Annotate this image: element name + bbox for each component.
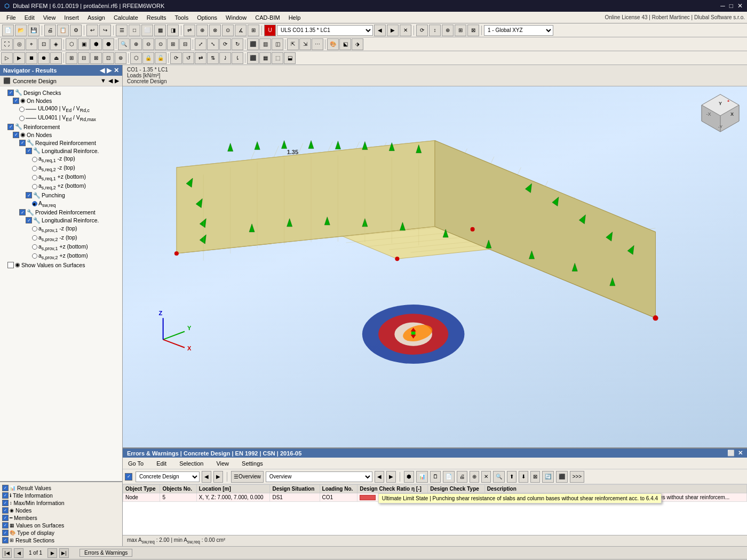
radio-asreq1[interactable] [32, 157, 37, 162]
cd-ctrl1[interactable]: ▼ [100, 77, 106, 84]
tb-btn12[interactable]: ⊙ [222, 25, 234, 36]
cb-maxmin-info[interactable]: ✓ [2, 500, 9, 506]
col-obj-no[interactable]: Objects No. [160, 485, 196, 493]
cb-long-reinf-2[interactable]: ✓ [26, 217, 32, 223]
nav-close[interactable]: ✕ [114, 67, 119, 74]
tb3-btn5[interactable]: ⏏ [50, 52, 62, 64]
redo-btn[interactable]: ↪ [99, 25, 111, 36]
tree-asprov3[interactable]: as,prov,1 +z (bottom) [0, 243, 122, 252]
cb-title-info[interactable]: ✓ [2, 492, 9, 499]
tb2-btn7[interactable]: ▣ [78, 38, 90, 50]
menu-cadbim[interactable]: CAD-BIM [251, 13, 284, 22]
tree-asprov1[interactable]: as,prov,1 -z (top) [0, 225, 122, 234]
errors-vn[interactable]: ▶ [386, 471, 396, 483]
nav-title-info[interactable]: ✓ ℹ Title Information [0, 492, 122, 499]
errors-warnings-tab[interactable]: Errors & Warnings [80, 549, 132, 557]
tb2-btn3[interactable]: ⌖ [26, 38, 37, 50]
errors-tb12[interactable]: 🔄 [542, 471, 554, 483]
tb-btn6[interactable]: ⬜ [141, 25, 153, 36]
cb-on-nodes-2[interactable]: ✓ [13, 132, 19, 138]
tb3-btn11[interactable]: ⬡ [130, 52, 142, 64]
errors-tb7[interactable]: ✕ [481, 471, 491, 483]
viewport-canvas[interactable]: Y X -X -Y + [123, 86, 747, 447]
tb-btn19[interactable]: ⊕ [442, 25, 454, 36]
window-controls[interactable]: ─ □ ✕ [720, 2, 743, 10]
tb3-btn18[interactable]: ⤸ [219, 52, 231, 64]
tree-long-reinf-2[interactable]: ✓ 🔧 Longitudinal Reinforce. [0, 217, 122, 225]
tb3-btn7[interactable]: ⊟ [78, 52, 90, 64]
menu-view[interactable]: View [39, 13, 60, 22]
errors-menu-edit[interactable]: Edit [153, 459, 170, 468]
errors-more[interactable]: >>> [570, 471, 585, 483]
cb-on-nodes-1[interactable]: ✓ [13, 98, 19, 104]
col-desc[interactable]: Description [484, 485, 746, 493]
tree-on-nodes-2[interactable]: ✓ ◉ On Nodes [0, 131, 122, 139]
tb-btn13[interactable]: ∡ [235, 25, 247, 36]
menu-tools[interactable]: Tools [170, 13, 193, 22]
menu-help[interactable]: Help [284, 13, 305, 22]
tb3-btn3[interactable]: ⏹ [26, 52, 37, 64]
errors-tb4[interactable]: 📄 [443, 471, 455, 483]
cb-reinforcement[interactable]: ✓ [7, 124, 14, 130]
errors-restore[interactable]: ⬜ [727, 450, 735, 457]
tb-btn17[interactable]: ⟳ [416, 25, 428, 36]
load-combo[interactable]: ULS CO1 1.35 * LC1 [277, 25, 373, 36]
tree-ul0401[interactable]: UL0401 | VEd / VRd,max [0, 114, 122, 123]
save-btn[interactable]: 💾 [28, 25, 39, 36]
cb-result-sections[interactable]: ✓ [2, 537, 9, 543]
tb3-btn23[interactable]: ⬓ [284, 52, 296, 64]
cs-combo[interactable]: 1 - Global XYZ [484, 25, 553, 36]
radio-asreq4[interactable] [32, 184, 37, 189]
tb2-btn13[interactable]: ⊙ [155, 38, 166, 50]
cb-long-reinf-1[interactable]: ✓ [26, 148, 32, 154]
tb3-btn14[interactable]: ⟳ [170, 52, 182, 64]
menu-file[interactable]: File [2, 13, 20, 22]
tree-req-reinf[interactable]: ✓ 🔧 Required Reinforcement [0, 139, 122, 147]
tb2-btn2[interactable]: ◎ [13, 38, 25, 50]
tree-asreq2[interactable]: as,req,2 -z (top) [0, 164, 122, 173]
cb-prov-reinf[interactable]: ✓ [19, 209, 26, 215]
col-ratio[interactable]: Design Check Ratio η [-] [357, 485, 428, 493]
errors-tb9[interactable]: ⬆ [507, 471, 516, 483]
errors-tb1[interactable]: ⬢ [404, 471, 414, 483]
tb2-btn6[interactable]: ⬡ [66, 38, 77, 50]
errors-tb2[interactable]: 📊 [416, 471, 428, 483]
tree-asreq1[interactable]: as,req,1 -z (top) [0, 155, 122, 164]
cb-punching[interactable]: ✓ [26, 192, 32, 198]
tb-btn11[interactable]: ⊗ [209, 25, 221, 36]
errors-tb13[interactable]: ⬛ [556, 471, 568, 483]
errors-menu-selection[interactable]: Selection [176, 459, 206, 468]
errors-menu-settings[interactable]: Settings [239, 459, 266, 468]
nav-maxmin-info[interactable]: ✓ ↕ Max/Min Information [0, 499, 122, 507]
tb-btn3[interactable]: ⚙ [70, 25, 82, 36]
col-design-sit[interactable]: Design Situation [270, 485, 320, 493]
tb2-btn16[interactable]: ⤢ [195, 38, 206, 50]
tree-asw[interactable]: ● Asw,req [0, 199, 122, 209]
tb3-btn2[interactable]: ▶ [13, 52, 25, 64]
nav-result-sections[interactable]: ✓ ⊞ Result Sections [0, 537, 122, 544]
errors-next-btn[interactable]: ▶ [213, 471, 223, 483]
errors-menu-goto[interactable]: Go To [125, 459, 147, 468]
errors-tb10[interactable]: ⬇ [519, 471, 528, 483]
errors-close[interactable]: ✕ [738, 450, 743, 457]
errors-vp[interactable]: ◀ [375, 471, 384, 483]
undo-btn[interactable]: ↩ [86, 25, 98, 36]
tb-btn8[interactable]: ◨ [167, 25, 179, 36]
tb3-btn9[interactable]: ⊡ [102, 52, 114, 64]
tb2-btn12[interactable]: ⊖ [142, 38, 154, 50]
tb2-btn21[interactable]: ▥ [259, 38, 271, 50]
tb-btn7[interactable]: ▦ [154, 25, 166, 36]
maximize-button[interactable]: □ [729, 2, 733, 10]
tb2-btn14[interactable]: ⊞ [167, 38, 179, 50]
tb3-btn4[interactable]: ⏺ [38, 52, 50, 64]
radio-asw[interactable]: ● [32, 201, 37, 206]
tree-punching[interactable]: ✓ 🔧 Punching [0, 191, 122, 199]
tb3-btn16[interactable]: ⇄ [195, 52, 206, 64]
nav-members[interactable]: ✓ ━ Members [0, 514, 122, 522]
menu-calculate[interactable]: Calculate [109, 13, 142, 22]
tb-btn16[interactable]: ✕ [400, 25, 411, 36]
cb-result-values[interactable]: ✓ [2, 485, 9, 491]
tb2-btn24[interactable]: ⇲ [299, 38, 311, 50]
tb3-btn6[interactable]: ⊞ [66, 52, 77, 64]
tb2-btn23[interactable]: ⇱ [287, 38, 299, 50]
